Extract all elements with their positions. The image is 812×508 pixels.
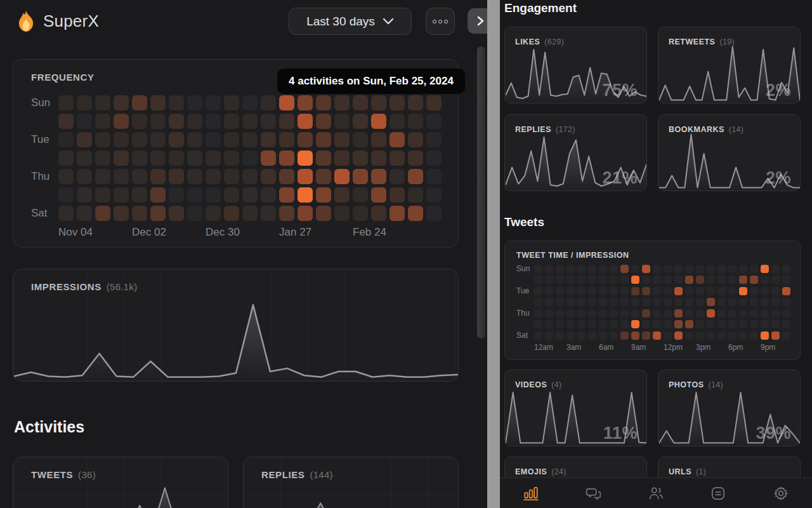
heatmap-cell[interactable]	[739, 287, 747, 295]
heatmap-cell[interactable]	[577, 265, 586, 273]
heatmap-cell[interactable]	[642, 287, 650, 295]
heatmap-cell[interactable]	[206, 187, 221, 203]
heatmap-cell[interactable]	[696, 265, 704, 273]
heatmap-cell[interactable]	[279, 114, 294, 129]
heatmap-cell[interactable]	[206, 169, 221, 184]
heatmap-cell[interactable]	[95, 206, 110, 221]
heatmap-cell[interactable]	[371, 150, 386, 166]
heatmap-cell[interactable]	[642, 331, 650, 340]
heatmap-cell[interactable]	[150, 206, 166, 221]
heatmap-cell[interactable]	[187, 187, 202, 203]
heatmap-cell[interactable]	[717, 298, 726, 306]
heatmap-cell[interactable]	[150, 150, 166, 166]
heatmap-cell[interactable]	[739, 320, 747, 328]
heatmap-cell[interactable]	[390, 206, 405, 221]
heatmap-cell[interactable]	[408, 95, 423, 110]
heatmap-cell[interactable]	[95, 114, 110, 129]
heatmap-cell[interactable]	[187, 132, 202, 147]
heatmap-cell[interactable]	[206, 114, 221, 129]
heatmap-cell[interactable]	[390, 150, 405, 166]
heatmap-cell[interactable]	[298, 114, 313, 129]
heatmap-cell[interactable]	[653, 331, 661, 340]
heatmap-cell[interactable]	[77, 150, 92, 166]
heatmap-cell[interactable]	[298, 206, 313, 221]
heatmap-cell[interactable]	[242, 169, 258, 184]
heatmap-cell[interactable]	[316, 206, 331, 221]
heatmap-cell[interactable]	[588, 265, 596, 273]
heatmap-cell[interactable]	[77, 206, 92, 221]
more-options-button[interactable]	[426, 8, 455, 35]
heatmap-cell[interactable]	[707, 276, 715, 284]
heatmap-cell[interactable]	[610, 298, 618, 306]
heatmap-cell[interactable]	[642, 320, 650, 328]
heatmap-cell[interactable]	[664, 320, 672, 328]
heatmap-cell[interactable]	[631, 265, 639, 273]
heatmap-cell[interactable]	[132, 187, 147, 203]
heatmap-cell[interactable]	[426, 150, 442, 166]
heatmap-cell[interactable]	[653, 276, 661, 284]
heatmap-cell[interactable]	[426, 187, 442, 203]
heatmap-cell[interactable]	[739, 309, 747, 318]
heatmap-cell[interactable]	[534, 298, 542, 306]
heatmap-cell[interactable]	[261, 114, 276, 129]
heatmap-cell[interactable]	[556, 265, 564, 273]
heatmap-cell[interactable]	[408, 114, 423, 129]
heatmap-cell[interactable]	[224, 206, 239, 221]
heatmap-cell[interactable]	[653, 320, 661, 328]
heatmap-cell[interactable]	[224, 132, 239, 147]
heatmap-cell[interactable]	[674, 320, 683, 328]
heatmap-cell[interactable]	[224, 187, 239, 203]
heatmap-cell[interactable]	[132, 132, 147, 147]
heatmap-cell[interactable]	[316, 132, 331, 147]
heatmap-cell[interactable]	[77, 187, 92, 203]
heatmap-cell[interactable]	[577, 331, 586, 340]
heatmap-cell[interactable]	[599, 298, 607, 306]
heatmap-cell[interactable]	[279, 95, 294, 110]
heatmap-cell[interactable]	[566, 320, 575, 328]
heatmap-cell[interactable]	[599, 287, 607, 295]
heatmap-cell[interactable]	[717, 276, 726, 284]
heatmap-cell[interactable]	[620, 298, 629, 306]
heatmap-cell[interactable]	[408, 150, 423, 166]
heatmap-cell[interactable]	[739, 298, 747, 306]
heatmap-cell[interactable]	[782, 287, 790, 295]
heatmap-cell[interactable]	[556, 331, 564, 340]
heatmap-cell[interactable]	[187, 150, 202, 166]
heatmap-cell[interactable]	[566, 276, 575, 284]
heatmap-cell[interactable]	[545, 276, 553, 284]
heatmap-cell[interactable]	[653, 265, 661, 273]
heatmap-cell[interactable]	[77, 95, 92, 110]
heatmap-cell[interactable]	[696, 287, 704, 295]
heatmap-cell[interactable]	[58, 95, 74, 110]
heatmap-cell[interactable]	[599, 265, 607, 273]
heatmap-cell[interactable]	[750, 331, 758, 340]
heatmap-cell[interactable]	[77, 132, 92, 147]
heatmap-cell[interactable]	[771, 276, 780, 284]
heatmap-cell[interactable]	[653, 298, 661, 306]
panel-divider[interactable]	[487, 0, 500, 508]
heatmap-cell[interactable]	[664, 287, 672, 295]
heatmap-cell[interactable]	[728, 320, 737, 328]
heatmap-cell[interactable]	[566, 265, 575, 273]
heatmap-cell[interactable]	[782, 309, 790, 318]
heatmap-cell[interactable]	[150, 132, 166, 147]
heatmap-cell[interactable]	[620, 331, 629, 340]
heatmap-cell[interactable]	[334, 95, 350, 110]
heatmap-cell[interactable]	[334, 150, 350, 166]
heatmap-cell[interactable]	[599, 331, 607, 340]
heatmap-cell[interactable]	[426, 95, 442, 110]
heatmap-cell[interactable]	[534, 265, 542, 273]
heatmap-cell[interactable]	[642, 276, 650, 284]
heatmap-cell[interactable]	[261, 187, 276, 203]
heatmap-cell[interactable]	[642, 265, 650, 273]
heatmap-cell[interactable]	[588, 320, 596, 328]
heatmap-cell[interactable]	[242, 150, 258, 166]
heatmap-cell[interactable]	[95, 150, 110, 166]
heatmap-cell[interactable]	[534, 320, 542, 328]
nav-analytics-tab[interactable]	[522, 485, 540, 502]
heatmap-cell[interactable]	[279, 132, 294, 147]
heatmap-cell[interactable]	[169, 169, 184, 184]
heatmap-cell[interactable]	[728, 298, 737, 306]
heatmap-cell[interactable]	[114, 132, 129, 147]
heatmap-cell[interactable]	[642, 309, 650, 318]
